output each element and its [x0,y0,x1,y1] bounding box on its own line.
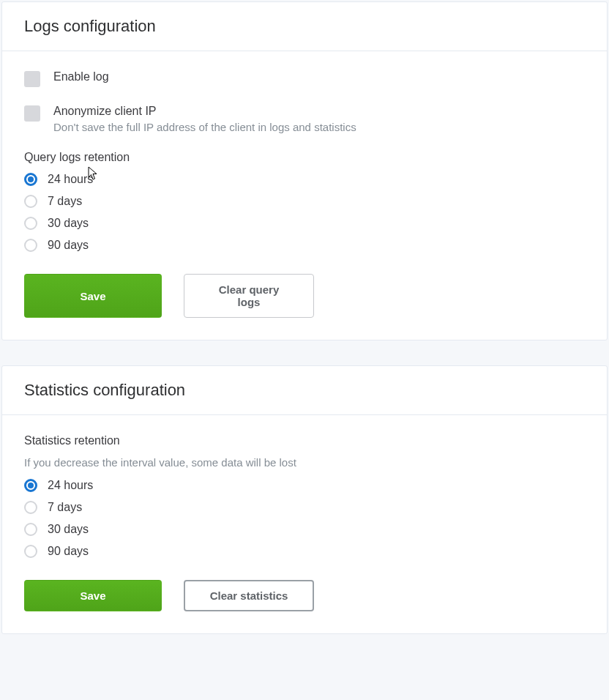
logs-card-title: Logs configuration [24,17,585,36]
radio-option[interactable]: 30 days [24,523,585,536]
radio-option[interactable]: 24 hours [24,479,585,492]
logs-card: Logs configuration Enable log Anonymize … [1,1,608,340]
radio-option-label[interactable]: 90 days [48,239,89,252]
stats-retention-label: Statistics retention [24,434,585,447]
logs-clear-button[interactable]: Clear query logs [184,274,314,318]
radio-option-label[interactable]: 30 days [48,217,89,230]
anonymize-ip-desc: Don't save the full IP address of the cl… [53,121,356,133]
radio-button-icon[interactable] [24,217,37,230]
radio-option-label[interactable]: 24 hours [48,479,93,492]
logs-save-button[interactable]: Save [24,274,162,318]
stats-retention-radio-group: 24 hours7 days30 days90 days [24,479,585,558]
enable-log-row: Enable log [24,70,585,87]
query-retention-label: Query logs retention [24,151,585,164]
radio-option[interactable]: 30 days [24,217,585,230]
radio-option[interactable]: 90 days [24,239,585,252]
radio-button-icon[interactable] [24,479,37,492]
anonymize-ip-row: Anonymize client IP Don't save the full … [24,105,585,133]
stats-save-button[interactable]: Save [24,580,162,611]
logs-buttons: Save Clear query logs [24,274,585,318]
enable-log-text: Enable log [53,70,109,83]
radio-button-icon[interactable] [24,501,37,514]
radio-option-label[interactable]: 7 days [48,195,82,208]
radio-option[interactable]: 24 hours [24,173,585,186]
stats-buttons: Save Clear statistics [24,580,585,611]
logs-card-body: Enable log Anonymize client IP Don't sav… [2,51,607,340]
enable-log-label[interactable]: Enable log [53,70,109,83]
radio-dot-icon [28,483,34,488]
anonymize-ip-checkbox[interactable] [24,105,40,122]
stats-retention-desc: If you decrease the interval value, some… [24,456,585,469]
stats-card-body: Statistics retention If you decrease the… [2,415,607,633]
radio-option-label[interactable]: 24 hours [48,173,93,186]
anonymize-ip-label[interactable]: Anonymize client IP [53,105,356,118]
radio-dot-icon [28,176,34,182]
stats-clear-button[interactable]: Clear statistics [184,580,314,611]
radio-button-icon[interactable] [24,545,37,558]
radio-option[interactable]: 7 days [24,501,585,514]
radio-option-label[interactable]: 7 days [48,501,82,514]
logs-card-header: Logs configuration [2,2,607,51]
anonymize-ip-text: Anonymize client IP Don't save the full … [53,105,356,133]
stats-card-header: Statistics configuration [2,366,607,415]
enable-log-checkbox[interactable] [24,71,40,87]
radio-option[interactable]: 7 days [24,195,585,208]
stats-card: Statistics configuration Statistics rete… [1,365,608,634]
radio-option[interactable]: 90 days [24,545,585,558]
radio-option-label[interactable]: 90 days [48,545,89,558]
radio-button-icon[interactable] [24,523,37,536]
radio-button-icon[interactable] [24,173,37,186]
query-retention-radio-group: 24 hours7 days30 days90 days [24,173,585,252]
radio-button-icon[interactable] [24,195,37,208]
radio-option-label[interactable]: 30 days [48,523,89,536]
radio-button-icon[interactable] [24,239,37,252]
stats-card-title: Statistics configuration [24,381,585,400]
